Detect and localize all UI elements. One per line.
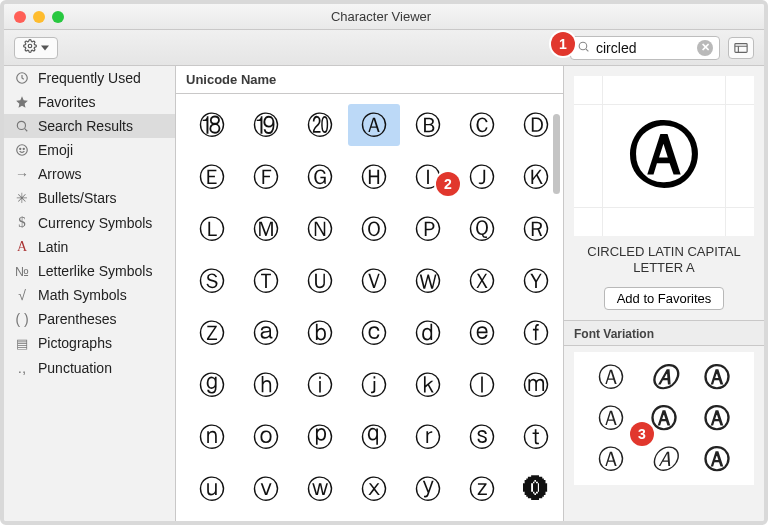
character-cell[interactable]: Ⓖ xyxy=(294,156,346,198)
character-cell[interactable]: ⓢ xyxy=(456,416,508,458)
character-cell[interactable]: ⓘ xyxy=(294,364,346,406)
character-cell[interactable]: Ⓛ xyxy=(186,208,238,250)
character-cell[interactable]: ⓰ xyxy=(456,520,508,521)
sidebar-item-label: Parentheses xyxy=(38,311,117,327)
character-cell[interactable]: ⓥ xyxy=(240,468,292,510)
font-variation-glyph[interactable]: Ⓐ xyxy=(693,401,740,436)
sidebar-item-label: Arrows xyxy=(38,166,82,182)
character-cell[interactable]: Ⓜ xyxy=(240,208,292,250)
character-cell[interactable]: ⑱ xyxy=(186,104,238,146)
clear-search-icon[interactable]: ✕ xyxy=(697,40,713,56)
titlebar: Character Viewer xyxy=(4,4,764,30)
character-cell[interactable]: ⓐ xyxy=(240,312,292,354)
font-variation-grid: ⒶⒶⒶⒶⒶⒶⒶⒶⒶ xyxy=(574,352,754,485)
sidebar-item-punctuation[interactable]: .,Punctuation xyxy=(4,355,175,380)
svg-line-2 xyxy=(586,49,588,51)
character-cell[interactable]: Ⓧ xyxy=(456,260,508,302)
character-cell[interactable]: ⓫ xyxy=(186,520,238,521)
character-cell[interactable]: ⓑ xyxy=(294,312,346,354)
zoom-icon[interactable] xyxy=(52,11,64,23)
toggle-compact-button[interactable] xyxy=(728,37,754,59)
character-cell[interactable]: ⑲ xyxy=(240,104,292,146)
sidebar-item-math-symbols[interactable]: √Math Symbols xyxy=(4,283,175,307)
character-cell[interactable]: ⓚ xyxy=(402,364,454,406)
minimize-icon[interactable] xyxy=(33,11,45,23)
sidebar-item-pictographs[interactable]: ▤Pictographs xyxy=(4,331,175,355)
character-cell[interactable]: Ⓟ xyxy=(402,208,454,250)
add-to-favorites-button[interactable]: Add to Favorites xyxy=(604,287,725,310)
character-cell[interactable]: ⓣ xyxy=(510,416,562,458)
character-cell[interactable]: Ⓗ xyxy=(348,156,400,198)
character-cell[interactable]: ⓧ xyxy=(348,468,400,510)
character-cell[interactable]: Ⓣ xyxy=(240,260,292,302)
character-cell[interactable]: ⓝ xyxy=(186,416,238,458)
character-cell[interactable]: ⓕ xyxy=(510,312,562,354)
character-cell[interactable]: Ⓒ xyxy=(456,104,508,146)
sidebar-item-bullets-stars[interactable]: ✳︎Bullets/Stars xyxy=(4,186,175,210)
font-variation-glyph[interactable]: Ⓐ xyxy=(588,401,635,436)
character-cell[interactable]: ⑳ xyxy=(294,104,346,146)
character-cell[interactable]: ⓟ xyxy=(294,416,346,458)
character-cell[interactable]: Ⓤ xyxy=(294,260,346,302)
character-cell[interactable]: Ⓑ xyxy=(402,104,454,146)
character-cell[interactable]: ⓙ xyxy=(348,364,400,406)
character-cell[interactable]: ⓱ xyxy=(510,520,562,521)
sidebar-item-frequently-used[interactable]: Frequently Used xyxy=(4,66,175,90)
character-cell[interactable]: Ⓙ xyxy=(456,156,508,198)
character-cell[interactable]: ⓿ xyxy=(510,468,562,510)
character-cell[interactable]: Ⓝ xyxy=(294,208,346,250)
character-cell[interactable]: ⓖ xyxy=(186,364,238,406)
character-cell[interactable]: ⓤ xyxy=(186,468,238,510)
font-variation-glyph[interactable]: Ⓐ xyxy=(641,442,688,477)
character-cell[interactable]: ⓬ xyxy=(240,520,292,521)
character-cell[interactable]: ⓓ xyxy=(402,312,454,354)
character-cell[interactable]: ⓒ xyxy=(348,312,400,354)
sidebar-item-letterlike-symbols[interactable]: №Letterlike Symbols xyxy=(4,259,175,283)
character-cell[interactable]: ⓯ xyxy=(402,520,454,521)
character-cell[interactable]: ⓮ xyxy=(348,520,400,521)
font-variation-glyph[interactable]: Ⓐ xyxy=(641,360,688,395)
character-cell[interactable]: Ⓨ xyxy=(510,260,562,302)
grid-scrollbar[interactable] xyxy=(553,114,560,194)
character-cell[interactable]: ⓩ xyxy=(456,468,508,510)
character-cell[interactable]: ⓜ xyxy=(510,364,562,406)
sidebar-item-latin[interactable]: ALatin xyxy=(4,235,175,259)
sidebar-item-currency-symbols[interactable]: $Currency Symbols xyxy=(4,210,175,235)
close-icon[interactable] xyxy=(14,11,26,23)
character-preview: Ⓐ xyxy=(574,76,754,236)
settings-menu-button[interactable] xyxy=(14,37,58,59)
font-variation-glyph[interactable]: Ⓐ xyxy=(693,360,740,395)
character-cell[interactable]: ⓗ xyxy=(240,364,292,406)
sidebar-item-arrows[interactable]: →Arrows xyxy=(4,162,175,186)
sidebar-item-label: Pictographs xyxy=(38,335,112,351)
character-cell[interactable]: ⓞ xyxy=(240,416,292,458)
character-cell[interactable]: Ⓢ xyxy=(186,260,238,302)
character-cell[interactable]: Ⓡ xyxy=(510,208,562,250)
search-field[interactable]: ✕ xyxy=(570,36,720,60)
character-cell[interactable]: ⓠ xyxy=(348,416,400,458)
character-cell[interactable]: Ⓞ xyxy=(348,208,400,250)
font-variation-glyph[interactable]: Ⓐ xyxy=(588,360,635,395)
character-cell[interactable]: ⓛ xyxy=(456,364,508,406)
character-cell[interactable]: Ⓦ xyxy=(402,260,454,302)
sidebar-item-favorites[interactable]: Favorites xyxy=(4,90,175,114)
character-cell[interactable]: ⓔ xyxy=(456,312,508,354)
sidebar-item-label: Punctuation xyxy=(38,360,112,376)
search-icon xyxy=(14,119,30,133)
font-variation-glyph[interactable]: Ⓐ xyxy=(693,442,740,477)
character-cell[interactable]: Ⓕ xyxy=(240,156,292,198)
sidebar-item-emoji[interactable]: Emoji xyxy=(4,138,175,162)
sidebar-item-search-results[interactable]: Search Results xyxy=(4,114,175,138)
font-variation-glyph[interactable]: Ⓐ xyxy=(588,442,635,477)
character-cell[interactable]: ⓦ xyxy=(294,468,346,510)
character-cell[interactable]: ⓭ xyxy=(294,520,346,521)
character-cell[interactable]: Ⓥ xyxy=(348,260,400,302)
character-cell[interactable]: Ⓔ xyxy=(186,156,238,198)
search-input[interactable] xyxy=(594,39,693,57)
character-cell[interactable]: ⓡ xyxy=(402,416,454,458)
character-cell[interactable]: Ⓠ xyxy=(456,208,508,250)
character-cell[interactable]: ⓨ xyxy=(402,468,454,510)
sidebar-item-parentheses[interactable]: ( )Parentheses xyxy=(4,307,175,331)
character-cell[interactable]: Ⓩ xyxy=(186,312,238,354)
character-cell[interactable]: Ⓐ xyxy=(348,104,400,146)
